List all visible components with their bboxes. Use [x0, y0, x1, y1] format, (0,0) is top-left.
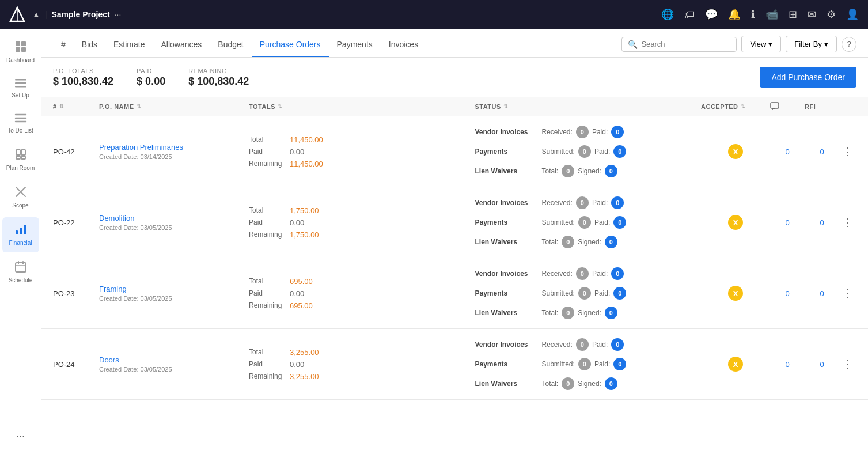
- sidebar-item-setup[interactable]: Set Up: [2, 72, 39, 105]
- po-totals-col: Total 3,255.00 Paid 0.00 Remaining 3,255…: [249, 340, 475, 389]
- accepted-cell: X: [701, 357, 770, 372]
- paid-sub-label: Paid:: [592, 128, 608, 136]
- video-icon[interactable]: 📹: [765, 8, 778, 21]
- svg-rect-13: [21, 150, 25, 155]
- project-more[interactable]: ···: [115, 10, 122, 19]
- rfi-count-link[interactable]: 0: [820, 147, 824, 156]
- sidebar-item-schedule[interactable]: Schedule: [2, 255, 39, 290]
- user-icon[interactable]: 👤: [846, 8, 859, 21]
- po-created-date: Created Date: 03/14/2025: [99, 153, 249, 160]
- tab-estimate[interactable]: Estimate: [105, 40, 153, 57]
- view-button[interactable]: View ▾: [741, 36, 781, 52]
- received-badge: 0: [576, 196, 589, 209]
- status-lien-waivers: Lien Waivers Total: 0 Signed: 0: [475, 164, 702, 179]
- info-icon[interactable]: ℹ: [751, 8, 755, 21]
- sidebar-label-schedule: Schedule: [9, 277, 33, 284]
- po-name-link[interactable]: Doors: [99, 355, 249, 364]
- chat-icon[interactable]: 💬: [705, 8, 718, 21]
- total-label: Total: [249, 277, 286, 285]
- search-box[interactable]: 🔍: [621, 37, 737, 52]
- po-name-link[interactable]: Preparation Preliminaries: [99, 143, 249, 152]
- chat-cell: 0: [770, 289, 805, 298]
- accepted-badge: X: [728, 144, 743, 159]
- projects-label[interactable]: ▲: [32, 10, 40, 19]
- help-button[interactable]: ?: [842, 37, 856, 52]
- mail-icon[interactable]: ✉: [808, 8, 816, 21]
- status-label: Vendor Invoices: [475, 340, 539, 349]
- svg-rect-2: [16, 41, 20, 46]
- grid-icon[interactable]: ⊞: [789, 8, 797, 21]
- sidebar-item-scope[interactable]: Scope: [2, 180, 39, 215]
- row-more-button[interactable]: ⋮: [839, 358, 856, 370]
- sidebar-label-scope: Scope: [12, 202, 28, 209]
- submitted-badge: 0: [578, 145, 591, 158]
- svg-rect-8: [15, 86, 26, 88]
- rfi-count-link[interactable]: 0: [820, 218, 824, 227]
- total-sub-label: Total:: [542, 238, 559, 246]
- po-name-link[interactable]: Framing: [99, 285, 249, 293]
- table-row: PO-23 Framing Created Date: 03/05/2025 T…: [41, 258, 868, 329]
- row-more-button[interactable]: ⋮: [839, 145, 856, 158]
- sidebar-more[interactable]: ···: [10, 425, 31, 448]
- chat-count-link[interactable]: 0: [785, 289, 789, 298]
- chat-count-link[interactable]: 0: [785, 360, 789, 369]
- tab-bids[interactable]: Bids: [74, 40, 105, 57]
- row-more-button[interactable]: ⋮: [839, 216, 856, 229]
- accepted-badge: X: [728, 215, 743, 230]
- chat-count-link[interactable]: 0: [785, 147, 789, 156]
- totals-row: Total 3,255.00: [249, 348, 475, 357]
- bell-icon[interactable]: 🔔: [728, 8, 741, 21]
- po-totals-label: P.O. TOTALS: [53, 67, 113, 74]
- totals-row: Paid 0.00: [249, 147, 475, 156]
- paid-sub-label2: Paid:: [594, 147, 610, 156]
- rfi-count-link[interactable]: 0: [820, 360, 824, 369]
- tab-overview[interactable]: #: [53, 40, 74, 57]
- tab-payments[interactable]: Payments: [329, 40, 381, 57]
- tab-allowances[interactable]: Allowances: [153, 40, 210, 57]
- setup-icon: [14, 78, 27, 90]
- tag-icon[interactable]: 🏷: [684, 9, 695, 21]
- total-label: Paid: [249, 289, 286, 297]
- paid-sub-label: Paid:: [592, 199, 608, 207]
- po-created-date: Created Date: 03/05/2025: [99, 224, 249, 231]
- tab-budget[interactable]: Budget: [210, 40, 251, 57]
- signed-label: Signed:: [578, 380, 601, 388]
- sidebar-item-todo[interactable]: To Do List: [2, 107, 39, 140]
- th-chat: [770, 102, 805, 111]
- sidebar-label-planroom: Plan Room: [6, 165, 35, 172]
- received-label: Received:: [542, 128, 573, 136]
- globe-icon[interactable]: 🌐: [661, 8, 674, 21]
- add-purchase-order-button[interactable]: Add Purchase Order: [760, 67, 856, 88]
- tab-invoices[interactable]: Invoices: [381, 40, 426, 57]
- tab-purchase-orders[interactable]: Purchase Orders: [252, 40, 329, 57]
- row-more-button[interactable]: ⋮: [839, 287, 856, 300]
- po-table: # ⇅ P.O. NAME ⇅ TOTALS ⇅ STATUS ⇅ ACCEPT…: [41, 97, 868, 454]
- search-input[interactable]: [641, 40, 730, 48]
- chat-count-link[interactable]: 0: [785, 218, 789, 227]
- sidebar-item-dashboard[interactable]: Dashboard: [2, 35, 39, 70]
- rfi-count-link[interactable]: 0: [820, 289, 824, 298]
- po-name-cell: Framing Created Date: 03/05/2025: [99, 285, 249, 302]
- accepted-badge: X: [728, 357, 743, 372]
- totals-row: Paid 0.00: [249, 289, 475, 298]
- po-number: PO-23: [53, 289, 99, 298]
- topbar-icons: 🌐 🏷 💬 🔔 ℹ 📹 ⊞ ✉ ⚙ 👤: [661, 8, 859, 21]
- sidebar: Dashboard Set Up To Do List Plan Room Sc…: [0, 29, 41, 454]
- sidebar-item-financial[interactable]: Financial: [2, 217, 39, 252]
- settings-icon[interactable]: ⚙: [827, 8, 836, 21]
- paid-badge2: 0: [613, 216, 626, 229]
- th-rfi: RFI: [805, 102, 839, 111]
- total-label: Remaining: [249, 230, 286, 239]
- app-logo[interactable]: [9, 6, 25, 22]
- sidebar-item-planroom[interactable]: Plan Room: [2, 142, 39, 177]
- svg-rect-7: [15, 82, 26, 84]
- filter-button[interactable]: Filter By ▾: [786, 36, 837, 52]
- po-name-link[interactable]: Demolition: [99, 214, 249, 222]
- paid-badge2: 0: [613, 287, 626, 300]
- po-status-col: Vendor Invoices Received: 0 Paid: 0 Paym…: [475, 258, 702, 328]
- remaining-label: REMAINING: [188, 67, 249, 74]
- signed-badge: 0: [605, 307, 617, 319]
- project-name[interactable]: Sample Project: [52, 10, 110, 19]
- rfi-cell: 0: [805, 147, 839, 156]
- paid-sub-label: Paid:: [592, 340, 608, 349]
